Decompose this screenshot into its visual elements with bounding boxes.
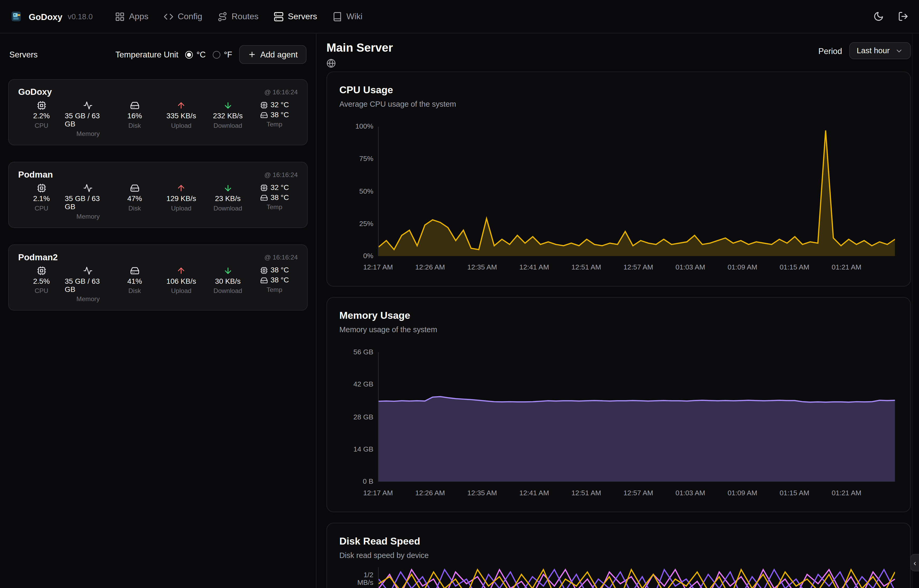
nav-item-wiki[interactable]: Wiki	[332, 11, 362, 21]
cpu-icon	[37, 266, 46, 276]
route-icon	[218, 11, 228, 21]
nav-item-routes[interactable]: Routes	[218, 11, 259, 21]
hard-drive-icon	[130, 183, 139, 193]
hard-drive-icon	[130, 266, 139, 276]
temp-label: Temp	[266, 121, 283, 128]
chevron-down-icon	[895, 47, 903, 55]
chart-title: Memory Usage	[339, 310, 895, 323]
download-value: 232 KB/s	[213, 112, 243, 120]
cpu-value: 2.1%	[33, 195, 50, 203]
x-tick-label: 01:03 AM	[675, 263, 705, 271]
cpu-label: CPU	[35, 287, 48, 294]
stat-download: 23 KB/s Download	[205, 183, 251, 220]
period-select[interactable]: Last hour	[849, 42, 911, 59]
x-tick-label: 12:35 AM	[467, 263, 497, 271]
book-icon	[332, 11, 342, 21]
radio-celsius[interactable]: °C	[186, 50, 206, 59]
servers-sidebar: Servers Temperature Unit °C °F Add agent	[0, 34, 317, 588]
stat-upload: 106 KB/s Upload	[158, 266, 205, 302]
stat-memory: 35 GB / 63 GB Memory	[65, 266, 111, 302]
nav-item-servers[interactable]: Servers	[274, 11, 317, 21]
server-card[interactable]: Podman2 @ 16:16:24 2.5% CPU 35 GB / 63 G…	[8, 244, 308, 310]
x-tick-label: 01:15 AM	[780, 263, 809, 271]
cpu-usage-plot[interactable]	[378, 126, 895, 256]
y-axis: 100%75%50%25%0%	[339, 126, 373, 256]
brand-version: v0.18.0	[68, 12, 93, 21]
disk-temp-value: 38 °C	[271, 111, 289, 119]
radio-fahrenheit[interactable]: °F	[213, 50, 232, 59]
server-stats: 2.5% CPU 35 GB / 63 GB Memory 41% Disk	[18, 266, 298, 302]
chart-grid: 100%75%50%25%0% 12:17 AM12:26 AM12:35 AM…	[339, 126, 895, 271]
upload-value: 106 KB/s	[166, 277, 196, 285]
x-tick-label: 12:26 AM	[415, 489, 445, 497]
chart-grid: 56 GB42 GB28 GB14 GB0 B 12:17 AM12:26 AM…	[339, 352, 895, 497]
memory-value: 35 GB / 63 GB	[65, 195, 111, 211]
stat-temp: 38 °C 38 °C Temp	[251, 266, 298, 302]
nav-item-label: Routes	[232, 11, 258, 21]
logout-button[interactable]	[898, 11, 908, 22]
disk-label: Disk	[128, 122, 141, 129]
download-label: Download	[213, 122, 242, 129]
memory-usage-plot[interactable]	[378, 352, 895, 482]
cpu-icon	[37, 101, 46, 110]
y-tick-label: 28 GB	[353, 413, 373, 421]
cpu-icon	[260, 267, 268, 274]
x-tick-label: 12:17 AM	[363, 489, 393, 497]
server-stats: 2.1% CPU 35 GB / 63 GB Memory 47% Disk	[18, 183, 298, 220]
y-tick-label: 75%	[359, 155, 373, 163]
nav-item-config[interactable]: Config	[164, 11, 202, 21]
activity-icon	[83, 266, 93, 276]
main-panel: Main Server Period Last hour CPU Usage	[317, 34, 919, 588]
radio-dot	[186, 50, 193, 58]
x-tick-label: 12:17 AM	[363, 263, 393, 271]
period-group: Period Last hour	[818, 42, 911, 59]
add-agent-label: Add agent	[260, 50, 298, 59]
stat-cpu: 2.5% CPU	[18, 266, 65, 302]
temperature-unit-label: Temperature Unit	[115, 50, 178, 59]
stat-memory: 35 GB / 63 GB Memory	[65, 101, 111, 137]
y-tick-label: 1/2 MB/s	[357, 572, 373, 587]
memory-label: Memory	[76, 213, 100, 220]
y-tick-label: 56 GB	[353, 348, 373, 356]
y-tick-label: 42 GB	[353, 381, 373, 388]
server-card[interactable]: Podman @ 16:16:24 2.1% CPU 35 GB / 63 GB	[8, 162, 308, 228]
disk-read-speed-plot[interactable]	[378, 567, 895, 588]
cpu-icon	[260, 184, 268, 191]
nav-item-label: Config	[178, 11, 202, 21]
server-card[interactable]: GoDoxy @ 16:16:24 2.2% CPU 35 GB / 63 GB	[8, 79, 308, 145]
page-title: Main Server	[326, 41, 393, 55]
grid-icon	[115, 11, 125, 21]
sidebar-title: Servers	[10, 50, 38, 59]
upload-label: Upload	[171, 287, 192, 294]
cpu-label: CPU	[35, 122, 48, 129]
temperature-unit-group: Temperature Unit °C °F Add agent	[115, 45, 307, 64]
panel-collapse-tab[interactable]: ‹	[910, 554, 919, 572]
plus-icon	[248, 50, 256, 58]
hard-drive-icon	[260, 194, 268, 201]
logout-icon	[898, 11, 908, 22]
nav-item-label: Apps	[129, 11, 149, 21]
stat-temp: 32 °C 38 °C Temp	[251, 101, 298, 137]
x-tick-label: 12:41 AM	[519, 489, 549, 497]
chart-title: CPU Usage	[339, 84, 895, 97]
temp-label: Temp	[266, 286, 283, 293]
memory-value: 35 GB / 63 GB	[65, 112, 111, 128]
upload-value: 335 KB/s	[166, 112, 196, 120]
memory-label: Memory	[76, 295, 100, 302]
x-tick-label: 01:21 AM	[832, 489, 862, 497]
temp-label: Temp	[266, 204, 283, 210]
nav-item-apps[interactable]: Apps	[115, 11, 149, 21]
x-tick-label: 12:35 AM	[467, 489, 497, 497]
add-agent-button[interactable]: Add agent	[239, 45, 307, 64]
main-title-block: Main Server	[326, 41, 393, 68]
memory-label: Memory	[76, 130, 100, 137]
chart-subtitle: Disk read speed by device	[339, 550, 895, 561]
disk-temp-value: 38 °C	[271, 276, 289, 284]
brand[interactable]: GoDoxy v0.18.0	[11, 10, 93, 23]
server-timestamp: @ 16:16:24	[264, 171, 298, 178]
cpu-temp-value: 32 °C	[271, 183, 289, 192]
disk-label: Disk	[128, 204, 141, 212]
theme-toggle-button[interactable]	[874, 11, 884, 22]
period-value: Last hour	[857, 46, 890, 55]
cpu-value: 2.2%	[33, 112, 50, 120]
